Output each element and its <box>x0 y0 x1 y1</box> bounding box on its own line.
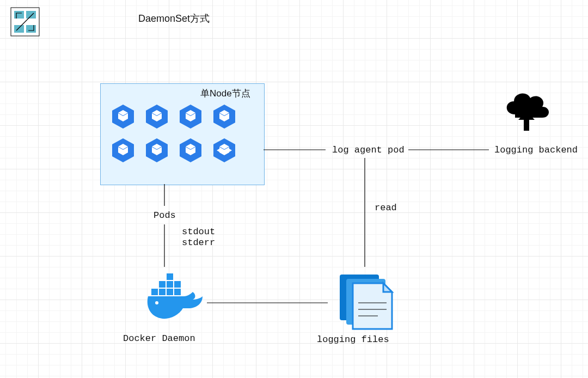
diagram-title: DaemonSet方式 <box>138 12 210 25</box>
arrows-layer <box>0 0 588 378</box>
logging-backend-label: logging backend <box>494 145 578 155</box>
log-agent-pod-label: log agent pod <box>332 145 405 155</box>
docker-daemon-label: Docker Daemon <box>123 333 195 344</box>
stdout-label: stdout <box>182 227 215 237</box>
pods-label: Pods <box>154 210 176 221</box>
stderr-label: stderr <box>182 237 215 248</box>
node-box-label: 单Node节点 <box>200 87 250 100</box>
read-label: read <box>375 203 397 213</box>
logging-files-label: logging files <box>317 334 389 345</box>
